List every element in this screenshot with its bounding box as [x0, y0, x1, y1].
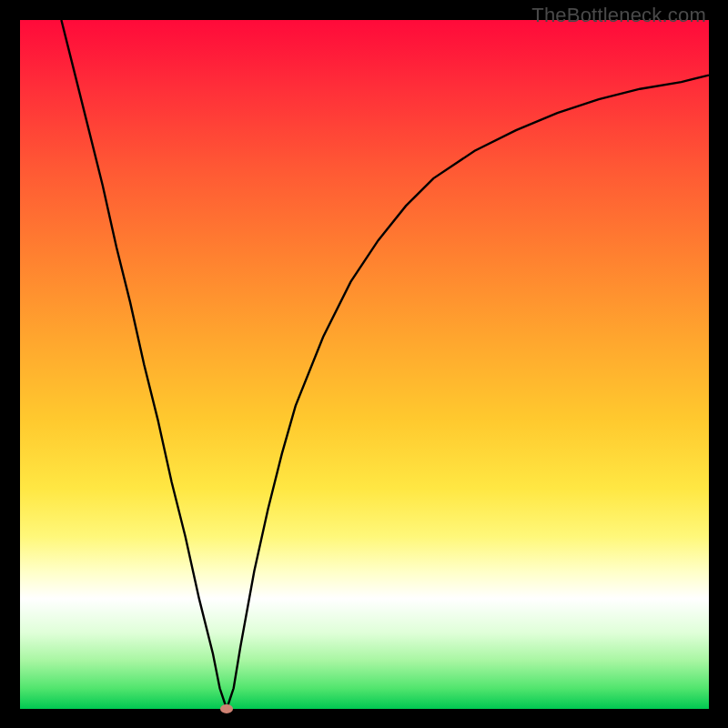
curve-path	[61, 20, 709, 709]
min-point-marker	[220, 704, 233, 713]
chart-frame: TheBottleneck.com	[0, 0, 728, 728]
watermark-text: TheBottleneck.com	[531, 4, 706, 27]
bottleneck-curve	[20, 20, 709, 709]
